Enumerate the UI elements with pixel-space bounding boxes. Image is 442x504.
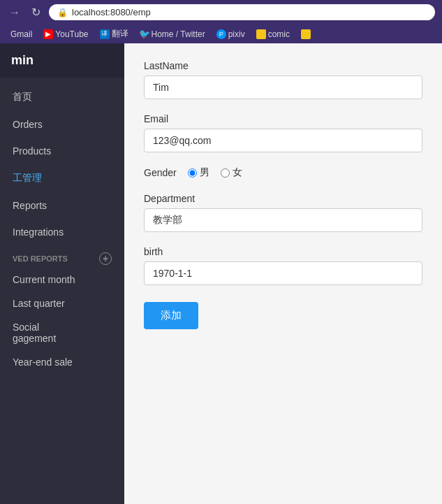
bookmark-comic[interactable]: comic	[253, 28, 293, 41]
bookmark-youtube[interactable]: ▶ YouTube	[40, 28, 91, 41]
sidebar-header: min	[0, 43, 124, 78]
sidebar-item-integrations-label: Integrations	[13, 226, 64, 238]
back-button[interactable]: →	[7, 5, 22, 20]
pixiv-icon: P	[216, 29, 226, 39]
twitter-icon: 🐦	[140, 29, 149, 39]
bookmark-gmail[interactable]: Gmail	[7, 28, 36, 41]
sidebar-item-integrations[interactable]: Integrations	[0, 219, 124, 245]
sidebar-item-orders[interactable]: Orders	[0, 111, 124, 138]
birth-input[interactable]	[144, 261, 422, 285]
sidebar-item-year-end-label: Year-end sale	[13, 357, 73, 368]
submit-button[interactable]: 添加	[144, 302, 198, 329]
app-container: min 首页 Orders Products 工管理 Reports Integ…	[0, 43, 442, 504]
twitter-label: Home / Twitter	[152, 29, 205, 39]
sidebar-nav: 首页 Orders Products 工管理 Reports Integrati…	[0, 78, 124, 504]
sidebar-item-current-month[interactable]: Current month	[0, 268, 124, 291]
sidebar-item-products-label: Products	[13, 145, 51, 157]
fanyi-label: 翻译	[112, 28, 128, 40]
bookmarks-bar: Gmail ▶ YouTube 译 翻译 🐦 Home / Twitter P …	[0, 24, 442, 43]
email-group: Email	[144, 113, 422, 152]
gender-male-option[interactable]: 男	[188, 166, 209, 179]
department-label: Department	[144, 193, 422, 204]
main-content: LastName Email Gender 男 女	[124, 43, 442, 504]
sidebar-item-employee-label: 工管理	[13, 172, 42, 185]
sidebar-title: min	[11, 53, 34, 67]
youtube-icon: ▶	[43, 29, 53, 39]
url-text: localhost:8080/emp	[72, 7, 151, 17]
pixiv-label: pixiv	[228, 29, 245, 39]
gender-male-radio[interactable]	[188, 168, 197, 178]
comic-icon	[256, 29, 266, 39]
address-bar[interactable]: 🔒 localhost:8080/emp	[49, 4, 435, 20]
sidebar-item-social-engagement[interactable]: Socialgagement	[0, 315, 124, 350]
lastname-label: LastName	[144, 60, 422, 71]
lastname-group: LastName	[144, 60, 422, 99]
lastname-input[interactable]	[144, 75, 422, 99]
gender-group: Gender 男 女	[144, 166, 422, 179]
youtube-label: YouTube	[55, 29, 88, 39]
sidebar-item-reports[interactable]: Reports	[0, 192, 124, 219]
email-label: Email	[144, 113, 422, 124]
sidebar-item-products[interactable]: Products	[0, 138, 124, 164]
birth-group: birth	[144, 246, 422, 285]
lock-icon: 🔒	[57, 8, 68, 17]
refresh-button[interactable]: ↻	[28, 5, 43, 20]
gender-female-option[interactable]: 女	[221, 166, 242, 179]
sidebar-item-social-label: Socialgagement	[13, 322, 56, 344]
sidebar-item-last-quarter-label: Last quarter	[13, 298, 65, 309]
sidebar-item-reports-label: Reports	[13, 200, 47, 211]
saved-reports-section: VED REPORTS +	[0, 245, 124, 268]
bookmark-fanyi[interactable]: 译 翻译	[96, 27, 132, 41]
sidebar-item-orders-label: Orders	[13, 119, 43, 130]
gender-label: Gender	[144, 167, 177, 178]
bookmark-extra[interactable]	[297, 28, 314, 41]
sidebar-item-home-label: 首页	[13, 91, 32, 103]
birth-label: birth	[144, 246, 422, 257]
department-group: Department	[144, 193, 422, 232]
sidebar-item-home[interactable]: 首页	[0, 83, 124, 111]
gender-female-label: 女	[233, 166, 242, 179]
gmail-label: Gmail	[10, 29, 32, 39]
browser-chrome: → ↻ 🔒 localhost:8080/emp Gmail ▶ YouTube…	[0, 0, 442, 43]
saved-reports-label: VED REPORTS	[13, 254, 68, 263]
sidebar: min 首页 Orders Products 工管理 Reports Integ…	[0, 43, 124, 504]
sidebar-item-last-quarter[interactable]: Last quarter	[0, 291, 124, 315]
gender-options: Gender 男 女	[144, 166, 422, 179]
email-input[interactable]	[144, 129, 422, 152]
gender-male-label: 男	[200, 166, 209, 179]
comic-label: comic	[268, 29, 290, 39]
department-input[interactable]	[144, 208, 422, 232]
sidebar-item-year-end-sale[interactable]: Year-end sale	[0, 350, 124, 374]
bookmark-pixiv[interactable]: P pixiv	[213, 28, 249, 41]
bookmark-twitter[interactable]: 🐦 Home / Twitter	[136, 28, 209, 41]
fanyi-icon: 译	[100, 29, 110, 39]
add-report-button[interactable]: +	[99, 252, 112, 265]
sidebar-item-employee[interactable]: 工管理	[0, 164, 124, 192]
browser-toolbar: → ↻ 🔒 localhost:8080/emp	[0, 0, 442, 24]
gender-female-radio[interactable]	[221, 168, 230, 178]
sidebar-item-current-month-label: Current month	[13, 274, 75, 285]
extra-icon	[301, 29, 311, 39]
